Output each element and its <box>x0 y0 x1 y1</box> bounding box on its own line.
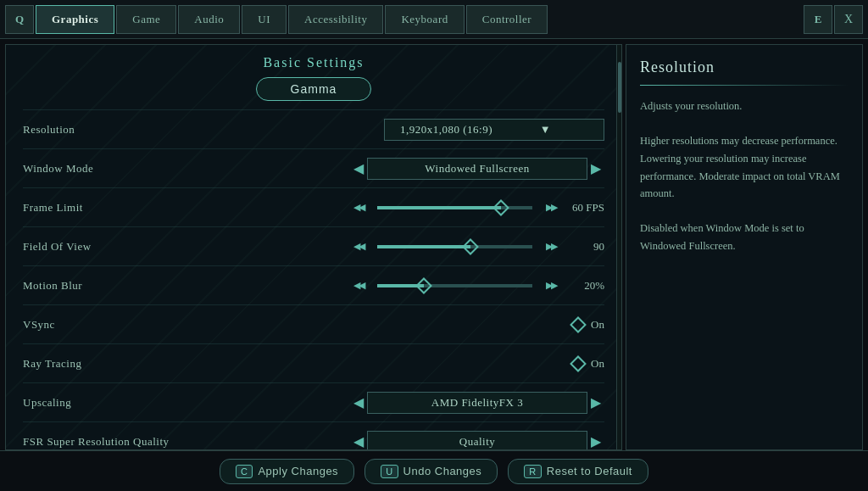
motion-blur-value: 20% <box>566 279 604 293</box>
tab-controller[interactable]: Controller <box>466 5 548 34</box>
motion-blur-slider: ◀◀ ▶▶ 20% <box>350 277 604 294</box>
setting-row-motion-blur: Motion Blur ◀◀ ▶▶ 20% <box>23 265 604 304</box>
tab-accessibility[interactable]: Accessibility <box>288 5 383 34</box>
tab-graphics[interactable]: Graphics <box>36 5 114 34</box>
undo-key-badge: U <box>381 465 398 478</box>
fov-track[interactable] <box>374 238 536 255</box>
apply-label: Apply Changes <box>258 465 338 477</box>
bottom-bar: C Apply Changes U Undo Changes R Reset t… <box>0 450 868 491</box>
fsr-label: FSR Super Resolution Quality <box>23 435 192 449</box>
fov-dec-button[interactable]: ◀◀ <box>350 241 367 252</box>
resolution-control: 1,920x1,080 (16:9) ▼ <box>192 119 604 141</box>
ray-tracing-toggle[interactable]: On <box>537 357 604 371</box>
frame-limit-slider: ◀◀ ▶▶ 60 FPS <box>350 199 604 216</box>
gamma-button[interactable]: Gamma <box>256 77 372 101</box>
motion-blur-track[interactable] <box>374 277 536 294</box>
info-text: Adjusts your resolution. Higher resoluti… <box>640 98 849 255</box>
fov-track-bar <box>377 245 532 248</box>
left-panel: Basic Settings Gamma Resolution 1,920x1,… <box>5 44 622 450</box>
setting-row-resolution: Resolution 1,920x1,080 (16:9) ▼ <box>23 109 604 148</box>
upscaling-arrow-control: ◀ AMD FidelityFX 3 ▶ <box>350 392 604 414</box>
tab-audio[interactable]: Audio <box>178 5 240 34</box>
setting-row-vsync: VSync On <box>23 304 604 343</box>
window-mode-arrow-control: ◀ Windowed Fullscreen ▶ <box>350 158 604 180</box>
frame-limit-value: 60 FPS <box>566 201 604 215</box>
fov-fill <box>377 245 470 248</box>
tab-ui[interactable]: UI <box>242 5 287 34</box>
frame-limit-track[interactable] <box>374 199 536 216</box>
ray-tracing-control: On <box>192 357 604 371</box>
fsr-value: Quality <box>367 431 587 451</box>
frame-limit-dec-button[interactable]: ◀◀ <box>350 202 367 213</box>
fov-thumb <box>462 238 479 255</box>
fsr-control: ◀ Quality ▶ <box>192 431 604 451</box>
fov-slider: ◀◀ ▶▶ 90 <box>350 238 604 255</box>
gamma-section: Gamma <box>6 77 621 101</box>
frame-limit-thumb <box>492 199 509 216</box>
panel-title: Basic Settings <box>6 45 621 77</box>
ray-tracing-diamond-icon <box>570 355 587 372</box>
upscaling-control: ◀ AMD FidelityFX 3 ▶ <box>192 392 604 414</box>
info-title: Resolution <box>640 59 849 76</box>
motion-blur-dec-button[interactable]: ◀◀ <box>350 280 367 291</box>
setting-row-ray-tracing: Ray Tracing On <box>23 343 604 382</box>
frame-limit-fill <box>377 206 501 209</box>
tab-keyboard[interactable]: Keyboard <box>385 5 464 34</box>
motion-blur-label: Motion Blur <box>23 279 192 293</box>
frame-limit-track-bar <box>377 206 532 209</box>
close-button[interactable]: X <box>834 5 863 34</box>
setting-row-window-mode: Window Mode ◀ Windowed Fullscreen ▶ <box>23 148 604 187</box>
vsync-control: On <box>192 318 604 332</box>
nav-bar: Q Graphics Game Audio UI Accessibility K… <box>0 0 868 39</box>
fov-inc-button[interactable]: ▶▶ <box>542 241 559 252</box>
setting-row-upscaling: Upscaling ◀ AMD FidelityFX 3 ▶ <box>23 382 604 421</box>
reset-key-badge: R <box>524 465 541 478</box>
fsr-prev-button[interactable]: ◀ <box>350 433 367 449</box>
setting-row-fsr: FSR Super Resolution Quality ◀ Quality ▶ <box>23 421 604 450</box>
undo-changes-button[interactable]: U Undo Changes <box>364 459 498 484</box>
setting-row-fov: Field Of View ◀◀ ▶▶ 90 <box>23 226 604 265</box>
frame-limit-inc-button[interactable]: ▶▶ <box>542 202 559 213</box>
upscaling-prev-button[interactable]: ◀ <box>350 394 367 410</box>
nav-right-icon[interactable]: E <box>804 5 832 34</box>
upscaling-next-button[interactable]: ▶ <box>587 394 604 410</box>
info-divider <box>640 85 849 86</box>
motion-blur-inc-button[interactable]: ▶▶ <box>542 280 559 291</box>
vsync-diamond-icon <box>570 316 587 333</box>
apply-key-badge: C <box>236 465 253 478</box>
window-mode-next-button[interactable]: ▶ <box>587 160 604 176</box>
window-mode-value: Windowed Fullscreen <box>367 158 587 180</box>
setting-row-frame-limit: Frame Limit ◀◀ ▶▶ 60 FPS <box>23 187 604 226</box>
fsr-next-button[interactable]: ▶ <box>587 433 604 449</box>
window-mode-prev-button[interactable]: ◀ <box>350 160 367 176</box>
fov-value: 90 <box>566 240 604 254</box>
vsync-toggle[interactable]: On <box>537 318 604 332</box>
tab-game[interactable]: Game <box>116 5 176 34</box>
settings-area: Resolution 1,920x1,080 (16:9) ▼ Window M… <box>6 109 621 450</box>
vsync-label: VSync <box>23 318 192 332</box>
vsync-value: On <box>591 318 604 332</box>
dropdown-arrow-icon: ▼ <box>496 123 595 137</box>
window-mode-control: ◀ Windowed Fullscreen ▶ <box>192 158 604 180</box>
fsr-arrow-control: ◀ Quality ▶ <box>350 431 604 451</box>
right-panel: Resolution Adjusts your resolution. High… <box>626 44 863 450</box>
fov-label: Field Of View <box>23 240 192 254</box>
window-mode-label: Window Mode <box>23 162 192 176</box>
frame-limit-label: Frame Limit <box>23 201 192 215</box>
apply-changes-button[interactable]: C Apply Changes <box>220 459 354 484</box>
resolution-label: Resolution <box>23 123 192 137</box>
reset-default-button[interactable]: R Reset to Default <box>508 459 648 484</box>
fov-control: ◀◀ ▶▶ 90 <box>192 238 604 255</box>
motion-blur-thumb <box>415 277 432 294</box>
motion-blur-control: ◀◀ ▶▶ 20% <box>192 277 604 294</box>
ray-tracing-value: On <box>591 357 604 371</box>
upscaling-value: AMD FidelityFX 3 <box>367 392 587 414</box>
ray-tracing-label: Ray Tracing <box>23 357 192 371</box>
undo-label: Undo Changes <box>403 465 482 477</box>
reset-label: Reset to Default <box>547 465 632 477</box>
frame-limit-control: ◀◀ ▶▶ 60 FPS <box>192 199 604 216</box>
upscaling-label: Upscaling <box>23 396 192 410</box>
resolution-dropdown[interactable]: 1,920x1,080 (16:9) ▼ <box>384 119 604 141</box>
nav-left-icon[interactable]: Q <box>5 5 34 34</box>
motion-blur-track-bar <box>377 284 532 287</box>
